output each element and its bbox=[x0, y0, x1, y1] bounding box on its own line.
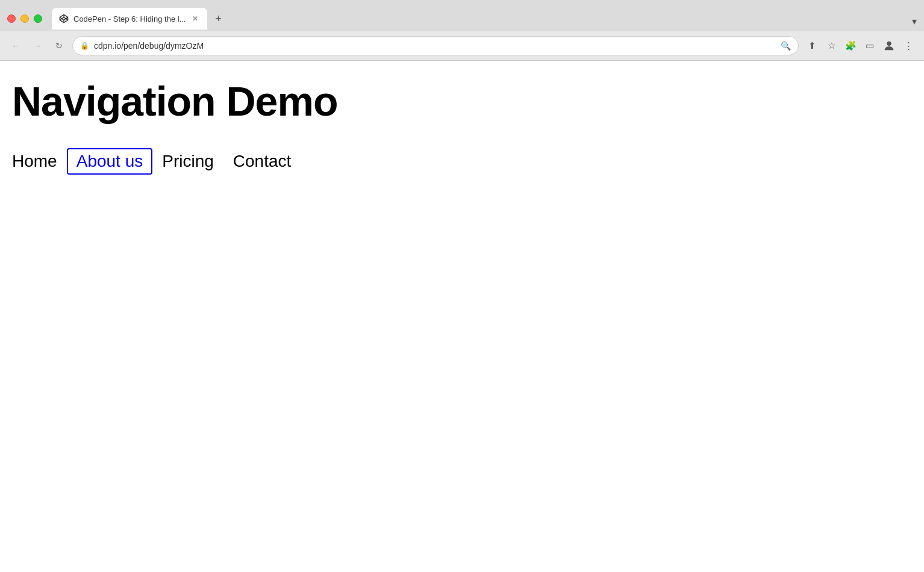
nav-item-home[interactable]: Home bbox=[12, 148, 67, 175]
minimize-button[interactable] bbox=[20, 14, 29, 23]
more-button[interactable]: ⋮ bbox=[900, 37, 917, 54]
address-search-icon: 🔍 bbox=[781, 41, 791, 51]
reload-icon: ↻ bbox=[55, 41, 63, 51]
tab-close-button[interactable]: ✕ bbox=[190, 14, 200, 23]
extensions-button[interactable]: 🧩 bbox=[842, 37, 859, 54]
codepen-icon bbox=[59, 14, 69, 23]
sidebar-icon: ▭ bbox=[866, 40, 874, 51]
tab-title: CodePen - Step 6: Hiding the l... bbox=[73, 14, 186, 23]
tab-bar: CodePen - Step 6: Hiding the l... ✕ + ▾ bbox=[52, 8, 917, 30]
active-tab[interactable]: CodePen - Step 6: Hiding the l... ✕ bbox=[52, 8, 207, 30]
page-content: Navigation Demo Home About us Pricing Co… bbox=[0, 61, 924, 572]
share-button[interactable]: ⬆ bbox=[804, 37, 820, 54]
title-bar: CodePen - Step 6: Hiding the l... ✕ + ▾ bbox=[0, 0, 924, 31]
bookmark-icon: ☆ bbox=[828, 40, 835, 51]
nav-menu: Home About us Pricing Contact bbox=[12, 148, 912, 175]
svg-point-3 bbox=[887, 42, 891, 46]
more-icon: ⋮ bbox=[904, 40, 913, 51]
address-bar[interactable]: 🔒 cdpn.io/pen/debug/dymzOzM 🔍 bbox=[72, 36, 799, 55]
profile-button[interactable] bbox=[881, 37, 897, 54]
traffic-lights bbox=[7, 14, 42, 23]
nav-bar: ← → ↻ 🔒 cdpn.io/pen/debug/dymzOzM 🔍 ⬆ ☆ … bbox=[0, 31, 924, 60]
address-text: cdpn.io/pen/debug/dymzOzM bbox=[94, 41, 776, 51]
extensions-icon: 🧩 bbox=[845, 40, 857, 51]
nav-item-pricing[interactable]: Pricing bbox=[152, 148, 223, 175]
back-button[interactable]: ← bbox=[7, 37, 24, 54]
forward-icon: → bbox=[33, 41, 42, 51]
maximize-button[interactable] bbox=[34, 14, 42, 23]
browser-chrome: CodePen - Step 6: Hiding the l... ✕ + ▾ … bbox=[0, 0, 924, 61]
nav-item-contact[interactable]: Contact bbox=[223, 148, 301, 175]
new-tab-button[interactable]: + bbox=[210, 10, 226, 27]
tab-chevron-button[interactable]: ▾ bbox=[912, 16, 917, 27]
page-title: Navigation Demo bbox=[12, 79, 912, 124]
share-icon: ⬆ bbox=[808, 40, 816, 51]
avatar-icon bbox=[882, 39, 896, 52]
bookmark-button[interactable]: ☆ bbox=[823, 37, 840, 54]
nav-actions: ⬆ ☆ 🧩 ▭ ⋮ bbox=[804, 37, 917, 54]
sidebar-button[interactable]: ▭ bbox=[861, 37, 878, 54]
nav-item-about[interactable]: About us bbox=[67, 148, 153, 175]
reload-button[interactable]: ↻ bbox=[51, 37, 67, 54]
lock-icon: 🔒 bbox=[80, 42, 89, 50]
back-icon: ← bbox=[11, 41, 20, 51]
forward-button[interactable]: → bbox=[29, 37, 46, 54]
close-button[interactable] bbox=[7, 14, 16, 23]
